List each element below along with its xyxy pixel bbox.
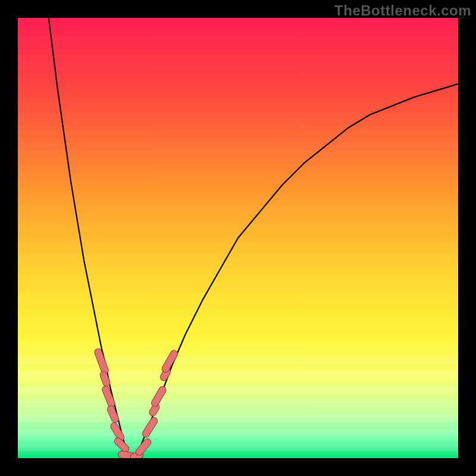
svg-rect-5 (18, 393, 458, 400)
svg-rect-12 (18, 444, 458, 451)
svg-rect-11 (18, 437, 458, 444)
svg-rect-9 (18, 422, 458, 429)
svg-rect-1 (18, 364, 458, 371)
svg-rect-8 (18, 415, 458, 422)
svg-rect-13 (18, 451, 458, 458)
svg-rect-3 (18, 378, 458, 386)
svg-rect-2 (18, 371, 458, 378)
svg-rect-4 (18, 386, 458, 393)
watermark-text: TheBottleneck.com (334, 2, 471, 19)
svg-rect-0 (18, 357, 458, 364)
plot-area (18, 18, 458, 458)
chart-svg (18, 18, 458, 458)
chart-frame: TheBottleneck.com (0, 0, 476, 476)
svg-rect-7 (18, 408, 458, 415)
svg-rect-6 (18, 400, 458, 408)
bottom-band (18, 357, 458, 458)
svg-rect-10 (18, 429, 458, 436)
